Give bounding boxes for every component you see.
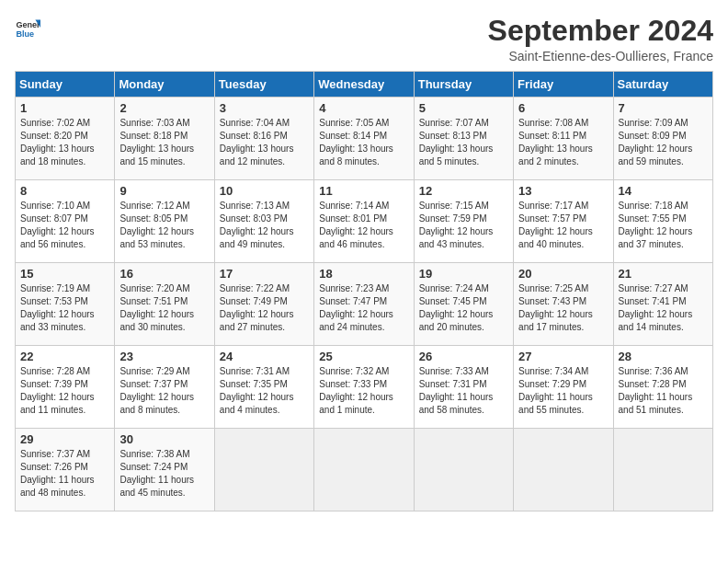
week-row-3: 15Sunrise: 7:19 AMSunset: 7:53 PMDayligh…	[16, 263, 713, 346]
day-number: 27	[518, 350, 608, 363]
day-cell-4: 4Sunrise: 7:05 AMSunset: 8:14 PMDaylight…	[314, 98, 414, 180]
col-wednesday: Wednesday	[314, 72, 414, 98]
day-cell-8: 8Sunrise: 7:10 AMSunset: 8:07 PMDaylight…	[16, 180, 115, 263]
day-number: 28	[619, 350, 708, 363]
day-info: Sunrise: 7:12 AMSunset: 8:05 PMDaylight:…	[119, 200, 209, 251]
day-info: Sunrise: 7:20 AMSunset: 7:51 PMDaylight:…	[119, 282, 209, 334]
svg-text:Blue: Blue	[16, 29, 34, 39]
day-number: 7	[619, 101, 708, 115]
day-number: 2	[119, 101, 209, 115]
day-cell-26: 26Sunrise: 7:33 AMSunset: 7:31 PMDayligh…	[414, 346, 513, 429]
day-info: Sunrise: 7:13 AMSunset: 8:03 PMDaylight:…	[220, 200, 309, 251]
day-cell-14: 14Sunrise: 7:18 AMSunset: 7:55 PMDayligh…	[613, 180, 712, 263]
day-number: 6	[518, 101, 608, 115]
empty-cell	[613, 429, 712, 511]
col-monday: Monday	[115, 72, 214, 98]
week-row-4: 22Sunrise: 7:28 AMSunset: 7:39 PMDayligh…	[16, 346, 713, 429]
title-block: September 2024 Saint-Etienne-des-Oullier…	[488, 15, 713, 63]
day-info: Sunrise: 7:27 AMSunset: 7:41 PMDaylight:…	[619, 282, 708, 334]
col-thursday: Thursday	[414, 72, 513, 98]
day-cell-27: 27Sunrise: 7:34 AMSunset: 7:29 PMDayligh…	[514, 346, 613, 429]
day-number: 21	[619, 267, 708, 281]
day-number: 14	[619, 184, 708, 198]
day-info: Sunrise: 7:36 AMSunset: 7:28 PMDaylight:…	[619, 365, 708, 417]
day-number: 10	[220, 184, 309, 198]
day-cell-21: 21Sunrise: 7:27 AMSunset: 7:41 PMDayligh…	[613, 263, 712, 346]
day-cell-1: 1Sunrise: 7:02 AMSunset: 8:20 PMDaylight…	[16, 98, 115, 180]
day-info: Sunrise: 7:09 AMSunset: 8:09 PMDaylight:…	[619, 117, 708, 168]
day-info: Sunrise: 7:07 AMSunset: 8:13 PMDaylight:…	[419, 117, 508, 168]
day-number: 13	[518, 184, 608, 198]
day-number: 19	[419, 267, 508, 281]
month-title: September 2024	[488, 15, 713, 47]
day-number: 9	[119, 184, 209, 198]
day-info: Sunrise: 7:05 AMSunset: 8:14 PMDaylight:…	[319, 117, 408, 168]
day-number: 16	[119, 267, 209, 281]
day-number: 5	[419, 101, 508, 115]
header-row: Sunday Monday Tuesday Wednesday Thursday…	[16, 72, 713, 98]
day-cell-22: 22Sunrise: 7:28 AMSunset: 7:39 PMDayligh…	[16, 346, 115, 429]
day-cell-29: 29Sunrise: 7:37 AMSunset: 7:26 PMDayligh…	[16, 429, 115, 511]
day-cell-28: 28Sunrise: 7:36 AMSunset: 7:28 PMDayligh…	[613, 346, 712, 429]
day-cell-6: 6Sunrise: 7:08 AMSunset: 8:11 PMDaylight…	[514, 98, 613, 180]
day-number: 3	[220, 101, 309, 115]
day-number: 18	[319, 267, 408, 281]
logo: General Blue	[15, 15, 40, 40]
day-cell-25: 25Sunrise: 7:32 AMSunset: 7:33 PMDayligh…	[314, 346, 414, 429]
day-number: 26	[419, 350, 508, 363]
day-cell-18: 18Sunrise: 7:23 AMSunset: 7:47 PMDayligh…	[314, 263, 414, 346]
day-cell-10: 10Sunrise: 7:13 AMSunset: 8:03 PMDayligh…	[214, 180, 313, 263]
page-header: General Blue September 2024 Saint-Etienn…	[15, 15, 713, 63]
calendar-table: Sunday Monday Tuesday Wednesday Thursday…	[15, 71, 713, 511]
col-friday: Friday	[514, 72, 613, 98]
empty-cell	[214, 429, 313, 511]
day-number: 12	[419, 184, 508, 198]
col-saturday: Saturday	[613, 72, 712, 98]
day-number: 22	[20, 350, 109, 363]
day-info: Sunrise: 7:28 AMSunset: 7:39 PMDaylight:…	[20, 365, 109, 417]
day-info: Sunrise: 7:15 AMSunset: 7:59 PMDaylight:…	[419, 200, 508, 251]
day-cell-13: 13Sunrise: 7:17 AMSunset: 7:57 PMDayligh…	[514, 180, 613, 263]
day-cell-17: 17Sunrise: 7:22 AMSunset: 7:49 PMDayligh…	[214, 263, 313, 346]
day-cell-5: 5Sunrise: 7:07 AMSunset: 8:13 PMDaylight…	[414, 98, 513, 180]
day-cell-24: 24Sunrise: 7:31 AMSunset: 7:35 PMDayligh…	[214, 346, 313, 429]
empty-cell	[314, 429, 414, 511]
day-info: Sunrise: 7:23 AMSunset: 7:47 PMDaylight:…	[319, 282, 408, 334]
day-cell-19: 19Sunrise: 7:24 AMSunset: 7:45 PMDayligh…	[414, 263, 513, 346]
day-number: 23	[119, 350, 209, 363]
day-cell-20: 20Sunrise: 7:25 AMSunset: 7:43 PMDayligh…	[514, 263, 613, 346]
logo-icon: General Blue	[15, 15, 40, 40]
empty-cell	[514, 429, 613, 511]
day-cell-3: 3Sunrise: 7:04 AMSunset: 8:16 PMDaylight…	[214, 98, 313, 180]
day-number: 25	[319, 350, 408, 363]
day-info: Sunrise: 7:25 AMSunset: 7:43 PMDaylight:…	[518, 282, 608, 334]
day-cell-16: 16Sunrise: 7:20 AMSunset: 7:51 PMDayligh…	[115, 263, 214, 346]
day-info: Sunrise: 7:29 AMSunset: 7:37 PMDaylight:…	[119, 365, 209, 417]
day-info: Sunrise: 7:02 AMSunset: 8:20 PMDaylight:…	[20, 117, 109, 168]
day-info: Sunrise: 7:37 AMSunset: 7:26 PMDaylight:…	[20, 448, 109, 500]
day-info: Sunrise: 7:32 AMSunset: 7:33 PMDaylight:…	[319, 365, 408, 417]
week-row-5: 29Sunrise: 7:37 AMSunset: 7:26 PMDayligh…	[16, 429, 713, 511]
day-info: Sunrise: 7:17 AMSunset: 7:57 PMDaylight:…	[518, 200, 608, 251]
day-info: Sunrise: 7:10 AMSunset: 8:07 PMDaylight:…	[20, 200, 109, 251]
day-number: 15	[20, 267, 109, 281]
day-number: 24	[220, 350, 309, 363]
day-number: 11	[319, 184, 408, 198]
day-cell-7: 7Sunrise: 7:09 AMSunset: 8:09 PMDaylight…	[613, 98, 712, 180]
day-cell-12: 12Sunrise: 7:15 AMSunset: 7:59 PMDayligh…	[414, 180, 513, 263]
day-cell-2: 2Sunrise: 7:03 AMSunset: 8:18 PMDaylight…	[115, 98, 214, 180]
day-info: Sunrise: 7:19 AMSunset: 7:53 PMDaylight:…	[20, 282, 109, 334]
col-sunday: Sunday	[16, 72, 115, 98]
day-info: Sunrise: 7:18 AMSunset: 7:55 PMDaylight:…	[619, 200, 708, 251]
day-number: 8	[20, 184, 109, 198]
day-number: 17	[220, 267, 309, 281]
day-info: Sunrise: 7:22 AMSunset: 7:49 PMDaylight:…	[220, 282, 309, 334]
day-number: 4	[319, 101, 408, 115]
day-info: Sunrise: 7:34 AMSunset: 7:29 PMDaylight:…	[518, 365, 608, 417]
day-info: Sunrise: 7:24 AMSunset: 7:45 PMDaylight:…	[419, 282, 508, 334]
empty-cell	[414, 429, 513, 511]
day-cell-30: 30Sunrise: 7:38 AMSunset: 7:24 PMDayligh…	[115, 429, 214, 511]
day-info: Sunrise: 7:08 AMSunset: 8:11 PMDaylight:…	[518, 117, 608, 168]
col-tuesday: Tuesday	[214, 72, 313, 98]
week-row-2: 8Sunrise: 7:10 AMSunset: 8:07 PMDaylight…	[16, 180, 713, 263]
